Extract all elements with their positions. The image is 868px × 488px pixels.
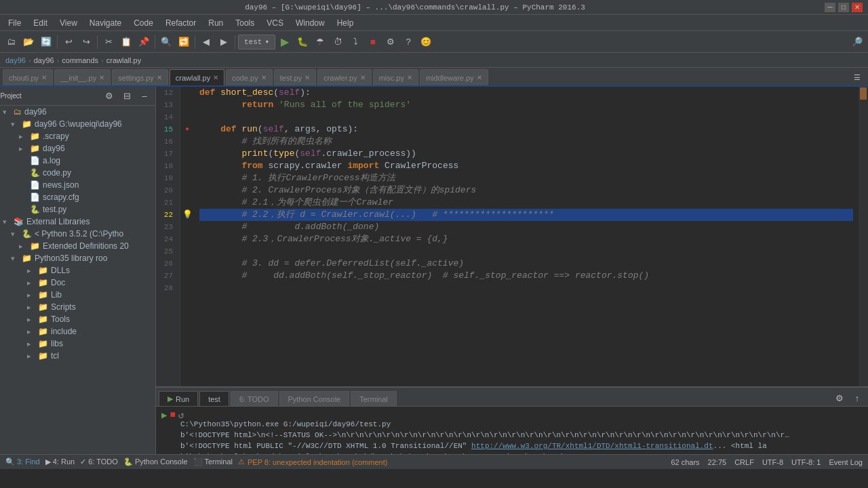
sidebar-collapse-button[interactable]: – <box>136 88 153 104</box>
code-area[interactable]: def short_desc(self): return 'Runs all o… <box>194 87 859 386</box>
tab-chouti[interactable]: chouti.py ✕ <box>3 69 53 85</box>
search-everywhere-button[interactable]: 🔎 <box>849 34 865 50</box>
tab-settings[interactable]: settings.py ✕ <box>112 69 168 85</box>
terminal-label[interactable]: ⬛ Terminal <box>193 458 233 466</box>
menu-edit[interactable]: Edit <box>28 17 53 29</box>
tree-day96-dir[interactable]: ▾ 📁 day96 G:\wupeiqi\day96 <box>0 118 155 130</box>
paste-button[interactable]: 📌 <box>136 34 152 50</box>
sync-button[interactable]: 🔄 <box>38 34 54 50</box>
tab-close-icon[interactable]: ✕ <box>407 74 412 81</box>
project-view-button[interactable]: Project <box>3 88 19 104</box>
menu-code[interactable]: Code <box>128 17 159 29</box>
menu-file[interactable]: File <box>3 17 26 29</box>
profile-button[interactable]: ⏱ <box>330 34 346 50</box>
breadcrumb-item-4[interactable]: crawlall.py <box>106 56 141 64</box>
python-console-label[interactable]: 🐍 Python Console <box>123 458 188 466</box>
tree-tcl[interactable]: ▸ 📁 tcl <box>0 350 155 362</box>
menu-run[interactable]: Run <box>203 17 229 29</box>
tab-close-icon[interactable]: ✕ <box>157 74 162 81</box>
tree-testpy[interactable]: 🐍 test.py <box>0 203 155 216</box>
panel-maximize-button[interactable]: ↑ <box>849 390 865 406</box>
tree-codepy[interactable]: 🐍 code.py <box>0 167 155 179</box>
sidebar-layout-button[interactable]: ⊟ <box>119 88 135 104</box>
new-project-button[interactable]: 🗂 <box>3 34 19 50</box>
forward-button[interactable]: ▶ <box>216 34 232 50</box>
bottom-tab-terminal[interactable]: Terminal <box>351 391 397 406</box>
tab-close-icon[interactable]: ✕ <box>304 74 310 81</box>
rerun-button[interactable]: ↺ <box>178 409 184 421</box>
bottom-tab-test[interactable]: test <box>199 391 229 406</box>
tree-external-libs[interactable]: ▾ 📚 External Libraries <box>0 216 155 228</box>
back-button[interactable]: ◀ <box>198 34 214 50</box>
bottom-tab-python-console[interactable]: Python Console <box>279 391 350 406</box>
breadcrumb-item-3[interactable]: commands <box>62 56 98 64</box>
encoding[interactable]: UTF-8 <box>762 458 783 466</box>
tab-test[interactable]: test.py ✕ <box>274 69 316 85</box>
undo-button[interactable]: ↩ <box>60 34 77 50</box>
event-log[interactable]: Event Log <box>829 458 863 466</box>
replace-button[interactable]: 🔁 <box>176 34 192 50</box>
tree-scrapycfg[interactable]: 📄 scrapy.cfg <box>0 191 155 203</box>
tree-scrapy[interactable]: ▸ 📁 .scrapy <box>0 130 155 142</box>
tab-close-icon[interactable]: ✕ <box>99 74 104 81</box>
open-button[interactable]: 📂 <box>20 34 37 50</box>
tab-middleware[interactable]: middleware.py ✕ <box>420 69 488 85</box>
tree-tools[interactable]: ▸ 📁 Tools <box>0 313 155 325</box>
todo-label[interactable]: ✓ 6: TODO <box>80 458 118 466</box>
tab-close-icon[interactable]: ✕ <box>261 74 267 81</box>
menu-view[interactable]: View <box>54 17 83 29</box>
sidebar-settings-button[interactable]: ⚙ <box>101 88 117 104</box>
tree-day96-sub[interactable]: ▸ 📁 day96 <box>0 142 155 155</box>
tab-close-icon[interactable]: ✕ <box>41 74 47 81</box>
breadcrumb-item-2[interactable]: day96 <box>34 56 54 64</box>
tree-alog[interactable]: 📄 a.log <box>0 155 155 167</box>
tab-close-icon[interactable]: ✕ <box>477 74 482 81</box>
window-controls[interactable]: ─ □ ✕ <box>825 3 863 12</box>
run-button[interactable]: ▶ <box>277 34 293 50</box>
help-button[interactable]: ? <box>400 34 416 50</box>
stop-button[interactable]: ■ <box>170 409 175 420</box>
stop-button[interactable]: ■ <box>365 34 381 50</box>
tree-doc[interactable]: ▸ 📁 Doc <box>0 277 155 289</box>
bottom-tab-todo[interactable]: 6: TODO <box>231 391 278 406</box>
tab-close-icon[interactable]: ✕ <box>213 74 218 81</box>
tree-scripts[interactable]: ▸ 📁 Scripts <box>0 301 155 313</box>
tree-python352[interactable]: ▾ 🐍 < Python 3.5.2 (C:\Pytho <box>0 228 155 240</box>
debug-button[interactable]: 🐛 <box>294 34 311 50</box>
tab-misc[interactable]: misc.py ✕ <box>373 69 418 85</box>
panel-settings-button[interactable]: ⚙ <box>831 390 848 406</box>
line-ending[interactable]: CRLF <box>734 458 754 466</box>
bottom-tab-run[interactable]: ▶ Run <box>159 391 198 406</box>
menu-refactor[interactable]: Refactor <box>160 17 201 29</box>
menu-window[interactable]: Window <box>290 17 330 29</box>
sdk-config-button[interactable]: ⚙ <box>382 34 399 50</box>
tree-newsjson[interactable]: 📄 news.json <box>0 179 155 191</box>
play-button[interactable]: ▶ <box>161 409 167 421</box>
coverage-button[interactable]: ☂ <box>312 34 328 50</box>
tab-crawlall[interactable]: crawlall.py ✕ <box>170 69 224 85</box>
minimize-button[interactable]: ─ <box>825 3 835 12</box>
tree-dlls[interactable]: ▸ 📁 DLLs <box>0 264 155 277</box>
feedback-button[interactable]: 😊 <box>418 34 434 50</box>
tab-crawler[interactable]: crawler.py ✕ <box>317 69 372 85</box>
menu-navigate[interactable]: Navigate <box>84 17 127 29</box>
cut-button[interactable]: ✂ <box>100 34 117 50</box>
copy-button[interactable]: 📋 <box>118 34 134 50</box>
tree-ext-defs[interactable]: ▸ 📁 Extended Definitions 20 <box>0 240 155 252</box>
menu-help[interactable]: Help <box>332 17 359 29</box>
run-config-selector[interactable]: test ▾ <box>238 35 275 49</box>
tab-close-icon[interactable]: ✕ <box>360 74 366 81</box>
run-label[interactable]: ▶ 4: Run <box>45 458 75 466</box>
menu-vcs[interactable]: VCS <box>261 17 289 29</box>
breadcrumb-item-1[interactable]: day96 <box>5 56 26 64</box>
find-label[interactable]: 🔍 3: Find <box>5 458 40 466</box>
tab-init[interactable]: __init__.py ✕ <box>54 69 111 85</box>
menu-tools[interactable]: Tools <box>230 17 260 29</box>
tree-python35[interactable]: ▾ 📁 Python35 library roo <box>0 252 155 264</box>
tree-root-day96[interactable]: ▾ 🗂 day96 <box>0 106 155 118</box>
step-over-button[interactable]: ⤵ <box>347 34 363 50</box>
find-button[interactable]: 🔍 <box>158 34 174 50</box>
tab-code[interactable]: code.py ✕ <box>226 69 273 85</box>
tree-lib[interactable]: ▸ 📁 Lib <box>0 289 155 301</box>
maximize-button[interactable]: □ <box>838 3 849 12</box>
